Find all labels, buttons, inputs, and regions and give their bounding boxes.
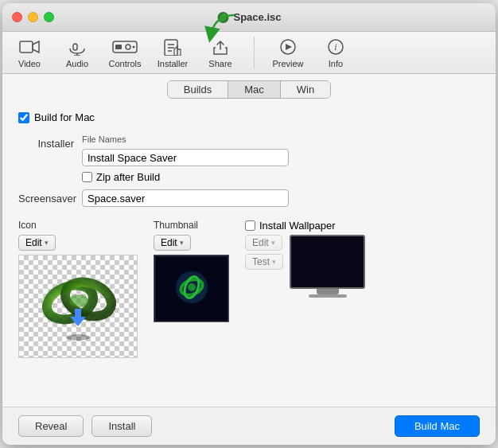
svg-point-24 <box>69 294 88 307</box>
controls-icon <box>112 37 138 57</box>
info-icon: i <box>323 37 348 57</box>
installer-inputs: File Names <box>82 134 289 166</box>
installer-icon <box>160 37 185 57</box>
installer-row: Installer File Names <box>18 134 480 166</box>
assets-section: Icon Edit ▾ <box>18 220 480 358</box>
icon-block: Icon Edit ▾ <box>18 220 138 358</box>
wallpaper-label: Install Wallpaper <box>259 220 336 232</box>
build-for-mac-row: Build for Mac <box>18 111 480 123</box>
toolbar-separator <box>254 37 255 68</box>
thumbnail-edit-chevron: ▾ <box>180 239 184 247</box>
wallpaper-test-chevron: ▾ <box>272 258 276 266</box>
file-names-label: File Names <box>82 134 289 144</box>
wallpaper-check-row: Install Wallpaper <box>245 220 365 232</box>
zip-after-build-label: Zip after Build <box>96 171 160 183</box>
svg-rect-26 <box>75 309 81 321</box>
build-mac-button[interactable]: Build Mac <box>395 415 480 437</box>
maximize-button[interactable] <box>44 12 54 22</box>
installer-field[interactable] <box>82 149 289 166</box>
svg-rect-4 <box>73 44 77 50</box>
wallpaper-buttons: Edit ▾ Test ▾ <box>245 235 283 270</box>
icon-edit-chevron: ▾ <box>45 239 49 247</box>
screensaver-inputs <box>82 189 289 207</box>
toolbar-video[interactable]: Video <box>12 37 47 68</box>
screensaver-label: Screensaver <box>18 189 82 205</box>
thumbnail-block: Thumbnail Edit ▾ <box>154 220 229 322</box>
icon-image <box>26 261 130 353</box>
toolbar-installer[interactable]: Installer <box>155 37 190 68</box>
wallpaper-edit-button[interactable]: Edit ▾ <box>245 235 282 251</box>
monitor-screen <box>290 235 365 289</box>
zip-row: Zip after Build <box>82 171 480 183</box>
icon-preview <box>18 255 138 358</box>
monitor-stand <box>317 289 339 294</box>
share-icon <box>208 37 233 57</box>
toolbar-controls[interactable]: Controls <box>107 37 142 68</box>
svg-rect-8 <box>115 45 122 49</box>
tab-mac[interactable]: Mac <box>228 81 281 98</box>
build-for-mac-checkbox[interactable] <box>18 112 29 123</box>
bottom-left-buttons: Reveal Install <box>18 415 152 437</box>
reveal-button[interactable]: Reveal <box>18 415 84 437</box>
icon-label: Icon <box>18 220 138 231</box>
minimize-button[interactable] <box>28 12 38 22</box>
wallpaper-block: Install Wallpaper Edit ▾ Test ▾ <box>245 220 365 298</box>
close-button[interactable] <box>12 12 22 22</box>
bottom-bar: Reveal Install Build Mac <box>2 407 496 445</box>
window-title: Space.isc <box>217 11 282 24</box>
build-for-mac-label: Build for Mac <box>34 111 95 123</box>
toolbar-preview[interactable]: Preview <box>270 37 305 68</box>
video-icon <box>17 37 42 57</box>
toolbar-info[interactable]: i Info <box>318 37 353 68</box>
svg-point-9 <box>126 45 130 49</box>
screensaver-row: Screensaver <box>18 189 480 207</box>
segment-bar: Builds Mac Win <box>2 74 496 102</box>
tab-win[interactable]: Win <box>281 81 330 98</box>
tab-group: Builds Mac Win <box>167 80 331 99</box>
svg-marker-3 <box>33 41 39 53</box>
monitor-base <box>309 294 347 298</box>
toolbar-audio[interactable]: Audio <box>60 37 95 68</box>
toolbar-share[interactable]: Share <box>203 37 238 68</box>
title-bar: Space.isc <box>2 3 496 32</box>
zip-after-build-checkbox[interactable] <box>82 172 92 182</box>
install-button[interactable]: Install <box>91 415 152 437</box>
installer-label: Installer <box>18 134 82 150</box>
preview-icon <box>275 37 301 57</box>
thumbnail-label: Thumbnail <box>154 220 229 231</box>
svg-marker-19 <box>286 44 292 50</box>
traffic-lights <box>12 12 54 22</box>
main-window: Space.isc Video Audio <box>2 3 496 445</box>
thumbnail-edit-button[interactable]: Edit ▾ <box>154 235 191 251</box>
install-wallpaper-checkbox[interactable] <box>245 220 255 231</box>
title-icon <box>217 11 230 24</box>
thumbnail-preview <box>154 255 229 322</box>
content-area: Build for Mac Installer File Names Zip a… <box>2 102 496 407</box>
icon-edit-button[interactable]: Edit ▾ <box>18 235 56 251</box>
monitor-preview <box>290 235 365 298</box>
audio-icon <box>64 37 90 57</box>
toolbar: Video Audio Cont <box>2 32 496 74</box>
thumbnail-image <box>156 257 228 321</box>
screensaver-field[interactable] <box>82 189 289 207</box>
svg-text:i: i <box>334 41 337 53</box>
svg-point-10 <box>133 46 135 49</box>
wallpaper-test-button[interactable]: Test ▾ <box>245 254 283 270</box>
tab-builds[interactable]: Builds <box>168 81 228 98</box>
svg-point-32 <box>188 283 196 291</box>
wallpaper-edit-chevron: ▾ <box>271 239 275 247</box>
svg-rect-2 <box>20 41 33 53</box>
svg-point-27 <box>66 334 90 341</box>
wallpaper-bottom: Edit ▾ Test ▾ <box>245 235 365 298</box>
